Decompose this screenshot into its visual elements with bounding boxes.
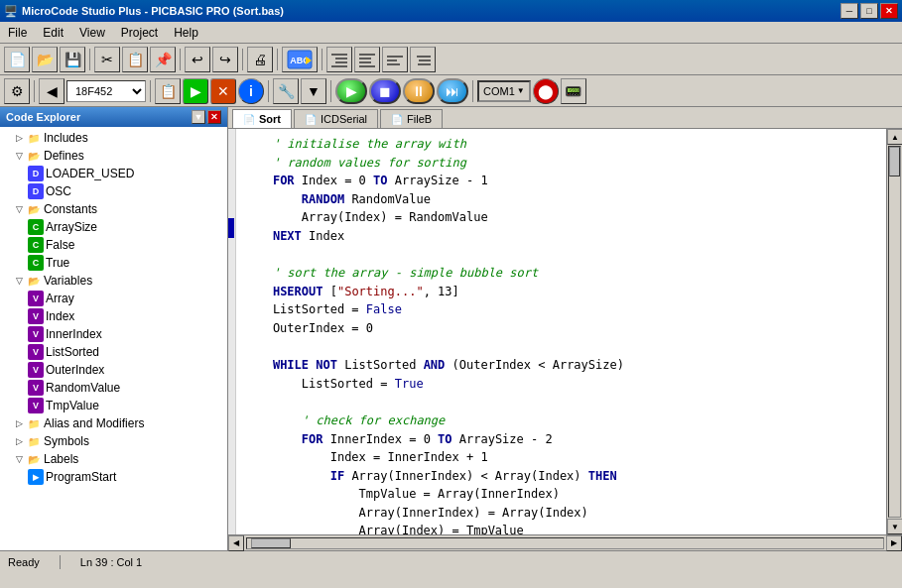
tree-innerindex[interactable]: V InnerIndex: [0, 325, 227, 343]
explorer-dropdown-btn[interactable]: ▼: [192, 110, 205, 124]
close-button[interactable]: ✕: [880, 3, 898, 19]
chip-select-btn[interactable]: 📋: [155, 78, 181, 104]
expand-alias[interactable]: ▷: [12, 416, 26, 430]
tree-alias[interactable]: ▷ 📁 Alias and Modifiers: [0, 414, 227, 432]
breakpoint-indicator: [228, 218, 234, 238]
title-bar-left: 🖥️ MicroCode Studio Plus - PICBASIC PRO …: [4, 5, 284, 18]
scroll-down-button[interactable]: ▼: [887, 519, 902, 534]
copy-button[interactable]: 📋: [122, 47, 148, 72]
tree-variables[interactable]: ▽ 📂 Variables: [0, 272, 227, 290]
tree-outerindex[interactable]: V OuterIndex: [0, 361, 227, 379]
pic-config-button[interactable]: ⚙: [4, 78, 30, 104]
editor-vertical-scrollbar: ▲ ▼: [886, 129, 902, 534]
compile-button[interactable]: ABC: [282, 47, 318, 72]
com-label: COM1: [483, 85, 515, 97]
tree-alias-label: Alias and Modifiers: [44, 416, 144, 430]
stop-button[interactable]: ◼: [369, 78, 401, 104]
horiz-scroll-track[interactable]: [246, 537, 884, 549]
com-terminal-button[interactable]: 📟: [561, 78, 586, 104]
tree-index[interactable]: V Index: [0, 307, 227, 325]
tree-includes[interactable]: ▷ 📁 Includes: [0, 129, 227, 147]
tree-constants-label: Constants: [44, 202, 97, 216]
expand-labels[interactable]: ▽: [12, 452, 26, 466]
expand-symbols[interactable]: ▷: [12, 434, 26, 448]
indent-button[interactable]: [326, 47, 352, 72]
tree-symbols[interactable]: ▷ 📁 Symbols: [0, 432, 227, 450]
scroll-left-button[interactable]: ◀: [228, 535, 244, 551]
expand-variables[interactable]: ▽: [12, 274, 26, 288]
chip-select[interactable]: 18F452: [66, 80, 146, 102]
scroll-thumb[interactable]: [889, 147, 900, 176]
tree-defines[interactable]: ▽ 📂 Defines: [0, 147, 227, 165]
code-line-5: Array(Index) = RandomValue: [244, 208, 878, 227]
uncomment-button[interactable]: [410, 47, 436, 72]
undo-button[interactable]: ↩: [185, 47, 210, 72]
expand-constants[interactable]: ▽: [12, 202, 26, 216]
tree-constants[interactable]: ▽ 📂 Constants: [0, 200, 227, 218]
menu-view[interactable]: View: [71, 24, 113, 42]
menu-edit[interactable]: Edit: [35, 24, 71, 42]
tab-fileb-label: FileB: [407, 113, 432, 125]
tree-false-label: False: [46, 238, 74, 252]
code-editor[interactable]: ' initialise the array with ' random val…: [236, 129, 886, 534]
new-button[interactable]: 📄: [4, 47, 30, 72]
compile-only-button[interactable]: ✕: [210, 78, 236, 104]
tree-loader-used[interactable]: D LOADER_USED: [0, 165, 227, 182]
tree-labels[interactable]: ▽ 📂 Labels: [0, 450, 227, 468]
cut-button[interactable]: ✂: [94, 47, 120, 72]
toolbar-sep-5: [322, 49, 322, 70]
tree-randomvalue[interactable]: V RandomValue: [0, 379, 227, 397]
explorer-close-btn[interactable]: ✕: [207, 110, 221, 124]
run-button[interactable]: ▶: [335, 78, 367, 104]
open-button[interactable]: 📂: [32, 47, 58, 72]
tab-sort-icon: 📄: [243, 114, 255, 125]
icd-settings[interactable]: 🔧: [273, 78, 299, 104]
toggle-comment-button[interactable]: [382, 47, 408, 72]
tree-listsorted[interactable]: V ListSorted: [0, 343, 227, 361]
tree-true[interactable]: C True: [0, 254, 227, 272]
tree-false[interactable]: C False: [0, 236, 227, 254]
horiz-scroll-thumb[interactable]: [251, 538, 291, 548]
tree-arraysize[interactable]: C ArraySize: [0, 218, 227, 236]
redo-button[interactable]: ↪: [212, 47, 238, 72]
tree-tmpvalue[interactable]: V TmpValue: [0, 397, 227, 414]
nav-back-button[interactable]: ◀: [39, 78, 64, 104]
menu-help[interactable]: Help: [166, 24, 206, 42]
tree-symbols-label: Symbols: [44, 434, 89, 448]
maximize-button[interactable]: □: [860, 3, 878, 19]
minimize-button[interactable]: ─: [840, 3, 858, 19]
expand-defines[interactable]: ▽: [12, 149, 26, 163]
variable-icon: V: [28, 362, 44, 378]
toolbar-sep-4: [277, 49, 278, 70]
save-button[interactable]: 💾: [60, 47, 85, 72]
tree-loader-used-label: LOADER_USED: [46, 167, 134, 180]
pause-button[interactable]: ⏸: [403, 78, 435, 104]
tree-variables-label: Variables: [44, 274, 92, 288]
code-line-6: NEXT Index: [244, 227, 878, 246]
outdent-button[interactable]: [354, 47, 380, 72]
com-select[interactable]: COM1 ▼: [477, 80, 531, 102]
paste-button[interactable]: 📌: [150, 47, 176, 72]
define-icon: D: [28, 166, 44, 181]
menu-file[interactable]: File: [0, 24, 35, 42]
icd-dropdown[interactable]: ▼: [301, 78, 326, 104]
compile-run-button[interactable]: ▶: [183, 78, 208, 104]
scroll-right-button[interactable]: ▶: [886, 535, 902, 551]
tree-array[interactable]: V Array: [0, 290, 227, 307]
tree-programstart[interactable]: ▶ ProgramStart: [0, 468, 227, 486]
tab-sort-label: Sort: [259, 113, 281, 125]
code-area-wrapper: ' initialise the array with ' random val…: [228, 129, 902, 534]
com-stop-button[interactable]: ⬤: [533, 78, 559, 104]
step-button[interactable]: ⏭: [437, 78, 468, 104]
tab-sort[interactable]: 📄 Sort: [232, 109, 292, 128]
expand-includes[interactable]: ▷: [12, 131, 26, 145]
print-button[interactable]: 🖨: [247, 47, 273, 72]
info-button[interactable]: i: [238, 78, 264, 104]
main-area: Code Explorer ▼ ✕ ▷ 📁 Includes ▽ 📂 Defin…: [0, 107, 902, 550]
scroll-track[interactable]: [888, 146, 901, 518]
tab-fileb[interactable]: 📄 FileB: [380, 109, 443, 128]
menu-project[interactable]: Project: [113, 24, 166, 42]
tree-osc[interactable]: D OSC: [0, 182, 227, 200]
tab-icdserial[interactable]: 📄 ICDSerial: [294, 109, 378, 128]
scroll-up-button[interactable]: ▲: [887, 129, 902, 145]
